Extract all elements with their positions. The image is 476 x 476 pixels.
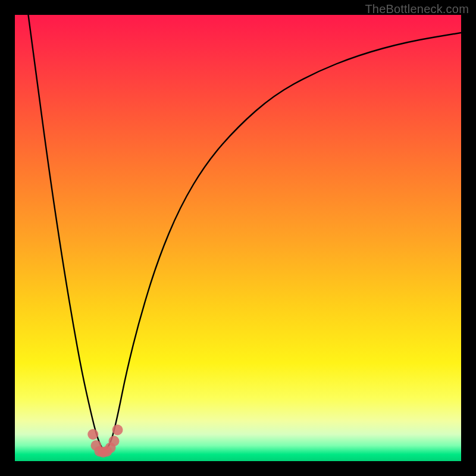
cluster-dot bbox=[87, 429, 98, 440]
cluster-dot bbox=[109, 436, 120, 446]
bottleneck-curve-line bbox=[29, 15, 462, 450]
watermark-text: TheBottleneck.com bbox=[365, 2, 469, 16]
chart-frame: TheBottleneck.com bbox=[0, 0, 476, 476]
cluster-dot bbox=[112, 425, 123, 436]
bottleneck-cluster-markers bbox=[87, 425, 123, 458]
plot-area bbox=[15, 15, 461, 461]
curve-layer bbox=[15, 15, 461, 461]
